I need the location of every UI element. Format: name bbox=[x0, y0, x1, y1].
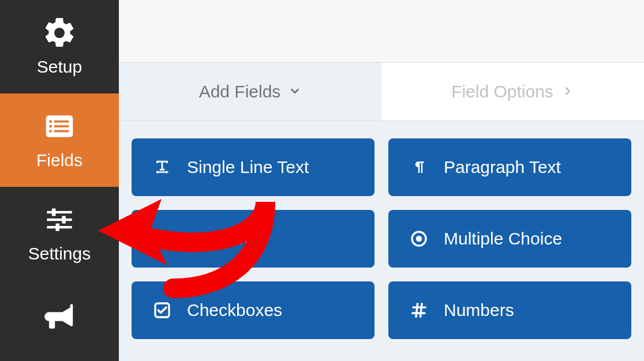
app-root: Setup Fields Settings Add Fields bbox=[0, 0, 644, 361]
sidebar-item-fields[interactable]: Fields bbox=[0, 93, 119, 187]
chevron-right-icon bbox=[561, 82, 574, 101]
list-icon bbox=[39, 110, 80, 142]
chevron-down-icon bbox=[289, 82, 301, 101]
fields-panel: Add Fields Field Options bbox=[119, 62, 644, 361]
field-label: Multiple Choice bbox=[444, 229, 562, 249]
sidebar-item-setup[interactable]: Setup bbox=[0, 0, 119, 93]
sidebar-item-settings[interactable]: Settings bbox=[0, 187, 119, 280]
field-label: Paragraph Text bbox=[444, 157, 561, 177]
svg-rect-5 bbox=[50, 130, 52, 132]
field-paragraph-text[interactable]: Paragraph Text bbox=[388, 138, 631, 196]
field-label: Dropdown bbox=[187, 229, 266, 249]
field-multiple-choice[interactable]: Multiple Choice bbox=[388, 210, 631, 268]
caret-square-down-icon bbox=[151, 228, 173, 250]
field-label: Checkboxes bbox=[187, 300, 282, 320]
tab-add-fields[interactable]: Add Fields bbox=[119, 63, 381, 121]
main-column: Add Fields Field Options bbox=[119, 0, 644, 361]
tab-field-options[interactable]: Field Options bbox=[381, 63, 644, 121]
tab-label: Add Fields bbox=[199, 82, 281, 101]
panel-tabs: Add Fields Field Options bbox=[119, 63, 644, 121]
svg-rect-1 bbox=[50, 121, 52, 123]
hash-icon bbox=[408, 299, 430, 321]
svg-rect-7 bbox=[47, 211, 72, 213]
field-label: Single Line Text bbox=[187, 157, 309, 177]
field-checkboxes[interactable]: Checkboxes bbox=[132, 281, 375, 339]
svg-rect-10 bbox=[62, 216, 66, 224]
svg-rect-3 bbox=[50, 125, 52, 127]
field-label: Numbers bbox=[444, 300, 514, 320]
svg-rect-2 bbox=[54, 121, 69, 123]
top-gap bbox=[119, 0, 644, 62]
tab-label: Field Options bbox=[451, 82, 553, 101]
svg-point-15 bbox=[416, 236, 422, 242]
svg-rect-9 bbox=[47, 219, 72, 221]
text-width-icon bbox=[151, 156, 173, 178]
sidebar-item-label: Fields bbox=[36, 151, 83, 170]
svg-rect-8 bbox=[52, 209, 56, 216]
bullhorn-icon bbox=[39, 300, 80, 333]
sliders-icon bbox=[39, 204, 80, 236]
sidebar: Setup Fields Settings bbox=[0, 0, 119, 361]
field-dropdown[interactable]: Dropdown bbox=[132, 210, 375, 268]
sidebar-item-marketing[interactable] bbox=[0, 280, 119, 361]
field-single-line-text[interactable]: Single Line Text bbox=[132, 138, 375, 196]
field-grid: Single Line Text Paragraph Text Dropdown bbox=[119, 121, 644, 361]
sidebar-item-label: Setup bbox=[37, 57, 82, 77]
paragraph-icon bbox=[408, 156, 430, 178]
gear-icon bbox=[39, 17, 80, 49]
svg-rect-12 bbox=[56, 224, 60, 231]
svg-rect-6 bbox=[54, 130, 69, 133]
check-square-icon bbox=[151, 299, 173, 321]
radio-dot-icon bbox=[408, 228, 430, 250]
sidebar-item-label: Settings bbox=[28, 244, 91, 264]
field-numbers[interactable]: Numbers bbox=[388, 281, 631, 339]
svg-rect-4 bbox=[54, 125, 69, 127]
